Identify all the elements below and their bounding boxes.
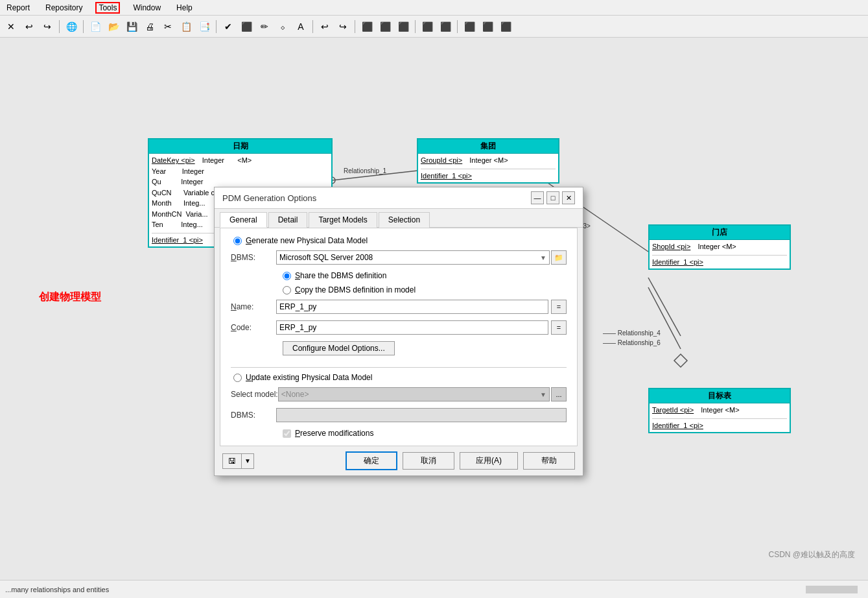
code-row: Code: = [231, 320, 567, 335]
erd-table-target: 目标表 TargetId <pi> Integer <M> Identifier… [648, 388, 791, 433]
update-existing-row: Update existing Physical Data Model [233, 373, 567, 382]
toolbar-copy[interactable]: 📋 [178, 18, 194, 35]
toolbar-undo[interactable]: ↩ [21, 18, 38, 35]
update-existing-label[interactable]: Update existing Physical Data Model [246, 373, 372, 382]
toolbar-layout2[interactable]: ⬛ [377, 18, 393, 35]
dbms-select-container: Microsoft SQL Server 2008 ▼ 📁 [276, 250, 567, 265]
toolbar-forward[interactable]: ↪ [334, 18, 351, 35]
toolbar: ✕ ↩ ↪ 🌐 📄 📂 💾 🖨 ✂ 📋 📑 ✔ ⬛ ✏ ⬦ A ↩ ↪ ⬛ ⬛ … [0, 16, 868, 38]
menu-tools[interactable]: Tools [95, 2, 120, 14]
cancel-btn[interactable]: 取消 [403, 452, 454, 470]
menu-report[interactable]: Report [4, 3, 32, 13]
dbms-select[interactable]: Microsoft SQL Server 2008 ▼ [276, 250, 550, 265]
select-model-browse-btn[interactable]: ... [551, 387, 567, 401]
tab-general[interactable]: General [220, 212, 267, 228]
dialog-bottom: 🖫 ▼ 确定 取消 应用(A) 帮助 [215, 446, 583, 475]
toolbar-view2[interactable]: ⬛ [437, 18, 454, 35]
dbms-select-value: Microsoft SQL Server 2008 [279, 253, 373, 262]
share-dbms-label[interactable]: Share the DBMS definition [295, 271, 386, 280]
dbms-row: DBMS: Microsoft SQL Server 2008 ▼ 📁 [231, 250, 567, 265]
menu-help[interactable]: Help [174, 3, 195, 13]
apply-btn[interactable]: 应用(A) [460, 452, 518, 470]
update-existing-radio[interactable] [233, 374, 242, 382]
dialog-maximize-btn[interactable]: □ [546, 191, 559, 204]
canvas-area: Relationship_1 nship_3> —— Relationship_… [0, 38, 868, 580]
toolbar-box[interactable]: ⬛ [238, 18, 255, 35]
dialog-close-btn[interactable]: ✕ [562, 191, 575, 204]
erd-row: TargetId <pi> Integer <M> [652, 405, 787, 416]
statusbar-scrollbar[interactable] [806, 586, 858, 593]
section-divider [231, 367, 567, 368]
code-eq-btn[interactable]: = [551, 320, 567, 335]
tab-target-models[interactable]: Target Models [309, 212, 377, 228]
tab-selection[interactable]: Selection [379, 212, 430, 228]
code-input[interactable] [276, 320, 548, 335]
rel-label-1: Relationship_1 [344, 167, 386, 174]
configure-btn-row: Configure Model Options... [231, 341, 567, 361]
toolbar-close[interactable]: ✕ [3, 18, 19, 35]
toolbar-display2[interactable]: ⬛ [479, 18, 496, 35]
toolbar-text[interactable]: A [292, 18, 309, 35]
select-model-value: <None> [281, 390, 309, 399]
copy-dbms-row: Copy the DBMS definition in model [283, 285, 567, 294]
copy-dbms-label[interactable]: Copy the DBMS definition in model [295, 285, 416, 294]
erd-identifier-row: Identifier_1 <pi> [421, 169, 556, 182]
toolbar-new[interactable]: 📄 [87, 18, 104, 35]
rel-label-4: —— Relationship_4 [603, 329, 661, 337]
preserve-row: Preserve modifications [283, 429, 567, 438]
name-input[interactable] [276, 300, 548, 314]
dbms-label: DBMS: [231, 253, 276, 262]
toolbar-view1[interactable]: ⬛ [419, 18, 436, 35]
statusbar-text: ...many relationships and entities [5, 586, 109, 593]
toolbar-diamond[interactable]: ⬦ [274, 18, 291, 35]
menu-window[interactable]: Window [130, 3, 163, 13]
toolbar-display3[interactable]: ⬛ [497, 18, 514, 35]
select-model-label: Select model: [231, 390, 278, 399]
menubar: Report Repository Tools Window Help [0, 0, 868, 16]
toolbar-check[interactable]: ✔ [220, 18, 237, 35]
dbms2-input[interactable] [276, 408, 567, 422]
toolbar-save[interactable]: 💾 [123, 18, 140, 35]
help-btn[interactable]: 帮助 [523, 452, 575, 470]
toolbar-pen[interactable]: ✏ [256, 18, 273, 35]
toolbar-globe[interactable]: 🌐 [63, 18, 80, 35]
tab-detail[interactable]: Detail [268, 212, 308, 228]
toolbar-sep3 [216, 20, 217, 33]
select-model-container: <None> ▼ ... [278, 387, 567, 401]
configure-model-btn[interactable]: Configure Model Options... [283, 341, 395, 355]
toolbar-display1[interactable]: ⬛ [461, 18, 478, 35]
select-model-arrow-icon: ▼ [540, 391, 546, 398]
erd-table-shop-header: 门店 [650, 226, 790, 240]
save-btn-main[interactable]: 🖫 [223, 454, 242, 468]
erd-table-target-header: 目标表 [650, 389, 790, 403]
dbms-browse-btn[interactable]: 📁 [551, 250, 567, 265]
canvas-label: 创建物理模型 [39, 291, 101, 304]
svg-line-3 [648, 278, 681, 336]
menu-repository[interactable]: Repository [43, 3, 85, 13]
toolbar-sep4 [312, 20, 313, 33]
toolbar-layout3[interactable]: ⬛ [395, 18, 412, 35]
dialog-minimize-btn[interactable]: — [531, 191, 544, 204]
generate-new-radio[interactable] [233, 237, 242, 245]
confirm-btn[interactable]: 确定 [346, 451, 397, 470]
erd-table-group-body: GroupId <pi> Integer <M> Identifier_1 <p… [418, 154, 558, 182]
save-btn-dropdown[interactable]: ▼ [242, 455, 253, 467]
erd-identifier-row: Identifier_1 <pi> [652, 255, 787, 268]
toolbar-print[interactable]: 🖨 [141, 18, 158, 35]
generate-new-label[interactable]: Generate new Physical Data Model [246, 236, 368, 245]
preserve-checkbox[interactable] [283, 429, 291, 438]
toolbar-open[interactable]: 📂 [105, 18, 122, 35]
pdm-dialog: PDM Generation Options — □ ✕ General Det… [214, 187, 583, 476]
select-model-dropdown[interactable]: <None> ▼ [278, 387, 550, 401]
toolbar-sep5 [355, 20, 355, 33]
toolbar-back[interactable]: ↩ [316, 18, 333, 35]
copy-dbms-radio[interactable] [283, 286, 291, 294]
erd-table-shop: 门店 ShopId <pi> Integer <M> Identifier_1 … [648, 224, 791, 270]
toolbar-cut[interactable]: ✂ [159, 18, 176, 35]
name-eq-btn[interactable]: = [551, 300, 567, 314]
toolbar-layout1[interactable]: ⬛ [358, 18, 375, 35]
toolbar-paste[interactable]: 📑 [196, 18, 213, 35]
erd-row: DateKey <pi> Integer <M> [152, 155, 329, 166]
toolbar-redo[interactable]: ↪ [39, 18, 56, 35]
share-dbms-radio[interactable] [283, 272, 291, 280]
